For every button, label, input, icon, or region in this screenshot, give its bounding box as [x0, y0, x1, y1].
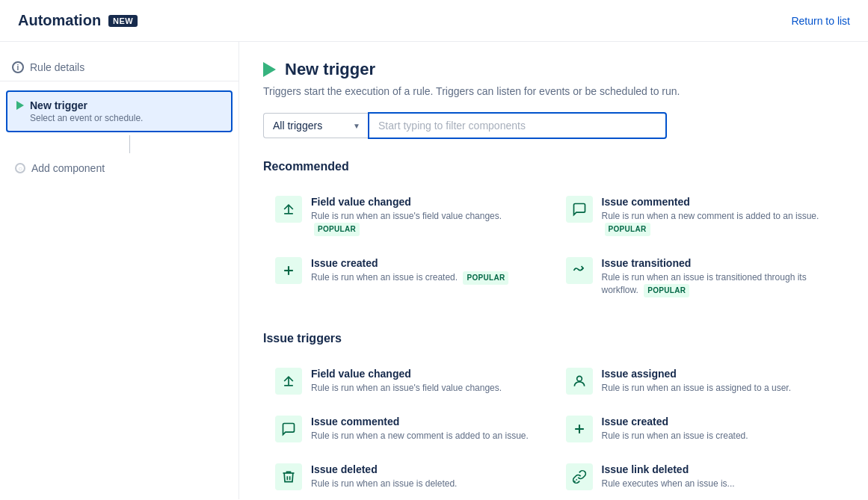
trigger-card-issue-commented-recommended[interactable]: Issue commented Rule is run when a new c…	[554, 185, 845, 247]
field-value-icon	[275, 196, 302, 223]
recommended-grid: Field value changed Rule is run when an …	[263, 185, 844, 308]
info-icon: i	[12, 61, 24, 73]
trigger-card-field-value-changed-recommended[interactable]: Field value changed Rule is run when an …	[263, 185, 554, 247]
trigger-card-content: Issue commented Rule is run when a new c…	[602, 196, 833, 236]
trigger-name: Field value changed	[311, 196, 542, 208]
issue-triggers-section: Issue triggers Field value changed Rule …	[263, 332, 844, 499]
recommended-section: Recommended Field value changed Rule is …	[263, 160, 844, 308]
popular-badge: POPULAR	[314, 223, 360, 236]
issue-triggers-section-title: Issue triggers	[263, 332, 844, 345]
trigger-name: Issue link deleted	[602, 463, 833, 475]
trigger-card-issue-commented[interactable]: Issue commented Rule is run when a new c…	[263, 405, 554, 453]
field-value-icon	[275, 368, 302, 395]
trigger-desc: Rule is run when an issue is created. PO…	[311, 271, 542, 285]
trigger-desc: Rule is run when an issue is created.	[602, 430, 833, 442]
trigger-name: Issue commented	[311, 416, 542, 428]
trigger-name: Issue transitioned	[602, 257, 833, 269]
return-to-list-link[interactable]: Return to list	[791, 15, 850, 27]
sidebar: i Rule details New trigger Select an eve…	[0, 42, 239, 499]
comment-svg2	[281, 422, 296, 436]
main-title: New trigger	[285, 60, 375, 79]
main-header: New trigger	[263, 60, 844, 79]
trigger-name: Issue assigned	[602, 368, 833, 380]
trigger-card-content: Issue created Rule is run when an issue …	[311, 257, 542, 285]
filter-input[interactable]	[368, 112, 667, 139]
trigger-card-issue-created-recommended[interactable]: Issue created Rule is run when an issue …	[263, 247, 554, 308]
plus-icon	[275, 257, 302, 284]
trigger-type-select[interactable]: All triggers Issue triggers Project trig…	[263, 113, 368, 138]
trigger-desc: Rule is run when an issue is transitione…	[602, 271, 833, 297]
trash-svg	[281, 469, 296, 484]
field-value-svg2	[281, 374, 296, 389]
user-svg	[572, 374, 587, 389]
filter-row: All triggers Issue triggers Project trig…	[263, 112, 844, 139]
main-layout: i Rule details New trigger Select an eve…	[0, 42, 868, 499]
play-icon-large	[263, 62, 276, 77]
trigger-name: Issue created	[311, 257, 542, 269]
add-circle-icon: ○	[15, 163, 25, 173]
sidebar-trigger-name: New trigger	[30, 99, 87, 111]
main-content: New trigger Triggers start the execution…	[239, 42, 868, 499]
trash-icon	[275, 463, 302, 490]
trigger-name: Issue created	[602, 416, 833, 428]
popular-badge: POPULAR	[644, 284, 689, 297]
filter-select-wrapper: All triggers Issue triggers Project trig…	[263, 113, 368, 138]
trigger-card-content: Issue deleted Rule is run when an issue …	[311, 463, 542, 490]
trigger-desc: Rule is run when an issue's field value …	[311, 382, 542, 395]
trigger-card-issue-assigned[interactable]: Issue assigned Rule is run when an issue…	[554, 357, 845, 405]
issue-triggers-grid: Field value changed Rule is run when an …	[263, 357, 844, 499]
main-subtitle: Triggers start the execution of a rule. …	[263, 85, 844, 97]
top-bar: Automation NEW Return to list	[0, 0, 868, 42]
add-component-label: Add component	[31, 162, 105, 174]
trigger-desc: Rule executes when an issue is...	[602, 478, 833, 490]
sidebar-trigger-desc: Select an event or schedule.	[30, 113, 222, 123]
svg-line-9	[574, 479, 576, 481]
transition-icon	[566, 257, 593, 284]
trigger-card-content: Field value changed Rule is run when an …	[311, 196, 542, 236]
comment-icon	[566, 196, 593, 223]
trigger-name: Issue deleted	[311, 463, 542, 475]
popular-badge: POPULAR	[605, 223, 650, 236]
sidebar-new-trigger[interactable]: New trigger Select an event or schedule.	[6, 90, 233, 132]
trigger-desc: Rule is run when an issue is deleted.	[311, 478, 542, 490]
trigger-desc: Rule is run when a new comment is added …	[602, 210, 833, 236]
sidebar-line-dot	[129, 135, 130, 153]
comment-icon2	[275, 416, 302, 442]
sidebar-rule-details[interactable]: i Rule details	[0, 54, 238, 81]
rule-details-label: Rule details	[30, 61, 84, 73]
play-icon-small	[16, 101, 24, 110]
trigger-card-content: Issue link deleted Rule executes when an…	[602, 463, 833, 490]
new-badge: NEW	[108, 15, 138, 27]
trigger-card-issue-deleted[interactable]: Issue deleted Rule is run when an issue …	[263, 453, 554, 499]
trigger-card-content: Issue transitioned Rule is run when an i…	[602, 257, 833, 297]
add-component-button[interactable]: ○ Add component	[0, 156, 238, 180]
trigger-desc: Rule is run when a new comment is added …	[311, 430, 542, 442]
trigger-card-content: Issue created Rule is run when an issue …	[602, 416, 833, 442]
trigger-card-content: Issue assigned Rule is run when an issue…	[602, 368, 833, 395]
trigger-card-issue-created[interactable]: Issue created Rule is run when an issue …	[554, 405, 845, 453]
trigger-card-content: Issue commented Rule is run when a new c…	[311, 416, 542, 442]
popular-badge: POPULAR	[463, 271, 508, 285]
transition-svg	[572, 263, 587, 278]
plus-svg2	[572, 422, 587, 436]
trigger-desc: Rule is run when an issue's field value …	[311, 210, 542, 236]
comment-svg	[572, 202, 587, 217]
field-value-svg	[281, 202, 296, 217]
trigger-desc: Rule is run when an issue is assigned to…	[602, 382, 833, 395]
trigger-card-issue-link-deleted[interactable]: Issue link deleted Rule executes when an…	[554, 453, 845, 499]
sidebar-connector	[21, 135, 238, 153]
trigger-card-issue-transitioned-recommended[interactable]: Issue transitioned Rule is run when an i…	[554, 247, 845, 308]
svg-point-6	[576, 376, 582, 381]
link-icon	[566, 463, 593, 490]
sidebar-trigger-header: New trigger	[16, 99, 222, 111]
link-svg	[572, 469, 587, 484]
plus-icon2	[566, 416, 593, 442]
trigger-name: Issue commented	[602, 196, 833, 208]
trigger-name: Field value changed	[311, 368, 542, 380]
recommended-section-title: Recommended	[263, 160, 844, 173]
top-bar-left: Automation NEW	[18, 12, 138, 29]
app-title: Automation	[18, 12, 101, 29]
trigger-card-content: Field value changed Rule is run when an …	[311, 368, 542, 395]
user-icon	[566, 368, 593, 395]
trigger-card-field-value-changed[interactable]: Field value changed Rule is run when an …	[263, 357, 554, 405]
